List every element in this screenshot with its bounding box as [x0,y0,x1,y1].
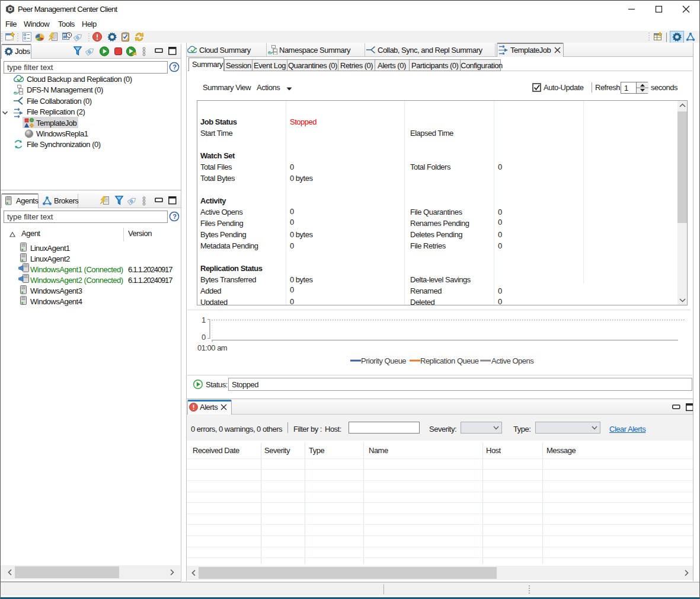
svg-text:12: 12 [63,36,66,39]
svg-text:?: ? [172,63,177,71]
svg-text:?: ? [172,213,177,220]
